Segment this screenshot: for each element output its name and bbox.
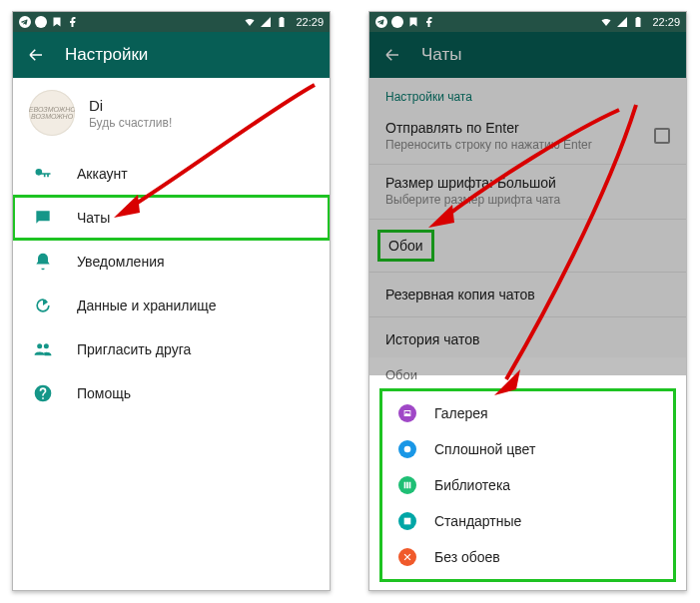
row-title: История чатов: [385, 331, 479, 347]
chrome-icon: [391, 16, 403, 28]
page-title: Чаты: [421, 45, 461, 65]
profile-name: Di: [89, 97, 172, 114]
row-history[interactable]: История чатов: [369, 317, 686, 361]
facebook-icon: [423, 16, 435, 28]
library-icon: [398, 476, 416, 494]
sheet-highlight: Галерея Сплошной цвет Библиотека Стандар…: [379, 388, 676, 582]
status-time: 22:29: [652, 16, 680, 28]
people-icon: [33, 339, 53, 359]
menu-label: Данные и хранилище: [77, 298, 216, 313]
menu-label: Аккаунт: [77, 166, 128, 182]
option-label: Стандартные: [434, 513, 521, 529]
svg-point-0: [35, 16, 47, 28]
row-title: Обои: [388, 238, 423, 254]
phone-chats: 22:29 Чаты Настройки чата Отправлять по …: [368, 11, 687, 591]
appbar: Настройки: [13, 32, 330, 78]
sheet-title: Обои: [369, 357, 686, 388]
svg-point-1: [391, 16, 403, 28]
statusbar: 22:29: [13, 12, 330, 32]
bell-icon: [33, 252, 53, 272]
menu-label: Пригласить друга: [77, 341, 191, 357]
row-title: Отправлять по Enter: [385, 120, 654, 136]
no-wallpaper-icon: [398, 548, 416, 566]
row-wallpaper[interactable]: Обои: [369, 220, 686, 273]
back-icon[interactable]: [27, 46, 45, 64]
default-icon: [398, 512, 416, 530]
row-font-size[interactable]: Размер шрифта: Большой Выберите размер ш…: [369, 165, 686, 220]
wallpaper-option-library[interactable]: Библиотека: [382, 467, 673, 503]
option-label: Галерея: [434, 405, 488, 421]
wifi-icon: [244, 16, 256, 28]
settings-list: Аккаунт Чаты Уведомления Данные и хранил…: [13, 146, 330, 421]
svg-point-2: [404, 446, 411, 453]
section-header: Настройки чата: [369, 78, 686, 110]
phone-settings: 22:29 Настройки НЕВОЗМОЖНОЕ ВОЗМОЖНО Di …: [12, 11, 331, 591]
option-label: Без обоев: [434, 549, 500, 565]
row-title: Резервная копия чатов: [385, 287, 535, 302]
status-time: 22:29: [296, 16, 324, 28]
page-title: Настройки: [65, 45, 148, 65]
row-send-enter[interactable]: Отправлять по Enter Переносить строку по…: [369, 110, 686, 165]
signal-icon: [616, 16, 628, 28]
wallpaper-option-none[interactable]: Без обоев: [382, 539, 673, 575]
help-icon: [33, 383, 53, 403]
signal-icon: [260, 16, 272, 28]
settings-body: НЕВОЗМОЖНОЕ ВОЗМОЖНО Di Будь счастлив! А…: [13, 78, 330, 590]
option-label: Сплошной цвет: [434, 441, 535, 457]
appbar: Чаты: [369, 32, 686, 78]
data-icon: [33, 296, 53, 315]
row-title: Размер шрифта: Большой: [385, 175, 670, 191]
settings-item-help[interactable]: Помощь: [13, 371, 330, 415]
profile-status: Будь счастлив!: [89, 116, 172, 130]
key-icon: [33, 164, 53, 184]
wallpaper-option-gallery[interactable]: Галерея: [382, 395, 673, 431]
telegram-icon: [375, 16, 387, 28]
settings-item-invite[interactable]: Пригласить друга: [13, 327, 330, 371]
back-icon[interactable]: [383, 46, 401, 64]
palette-icon: [398, 440, 416, 458]
settings-item-storage[interactable]: Данные и хранилище: [13, 284, 330, 327]
chat-icon: [33, 208, 53, 228]
row-subtitle: Выберите размер шрифта чата: [385, 193, 670, 207]
facebook-icon: [67, 16, 79, 28]
row-backup[interactable]: Резервная копия чатов: [369, 273, 686, 317]
settings-item-chats[interactable]: Чаты: [13, 196, 330, 240]
battery-icon: [276, 16, 288, 28]
wallpaper-sheet: Обои Галерея Сплошной цвет Библиотека: [369, 357, 686, 590]
wallpaper-option-solid[interactable]: Сплошной цвет: [382, 431, 673, 467]
wifi-icon: [600, 16, 612, 28]
settings-item-notifications[interactable]: Уведомления: [13, 240, 330, 284]
chrome-icon: [35, 16, 47, 28]
option-label: Библиотека: [434, 477, 510, 493]
checkbox[interactable]: [654, 128, 670, 144]
avatar: НЕВОЗМОЖНОЕ ВОЗМОЖНО: [29, 90, 75, 136]
wallpaper-option-default[interactable]: Стандартные: [382, 503, 673, 539]
chats-body: Настройки чата Отправлять по Enter Перен…: [369, 78, 686, 590]
bookmark-icon: [51, 16, 63, 28]
gallery-icon: [398, 404, 416, 422]
menu-label: Уведомления: [77, 254, 165, 270]
menu-label: Чаты: [77, 210, 110, 226]
bookmark-icon: [407, 16, 419, 28]
statusbar: 22:29: [369, 12, 686, 32]
row-subtitle: Переносить строку по нажатию Enter: [385, 138, 654, 152]
settings-item-account[interactable]: Аккаунт: [13, 152, 330, 196]
menu-label: Помощь: [77, 385, 131, 401]
profile-row[interactable]: НЕВОЗМОЖНОЕ ВОЗМОЖНО Di Будь счастлив!: [13, 78, 330, 146]
battery-icon: [632, 16, 644, 28]
telegram-icon: [19, 16, 31, 28]
